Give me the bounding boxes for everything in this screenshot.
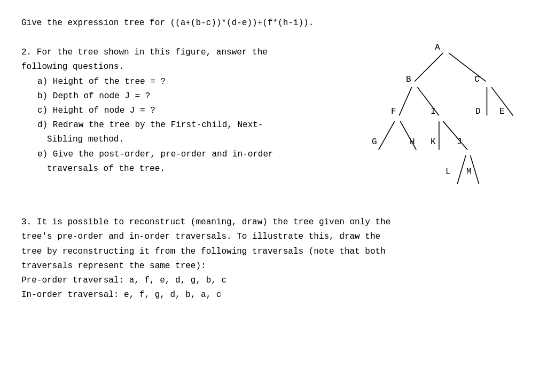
node-I: I <box>431 107 436 116</box>
q2-text: 2. For the tree shown in this figure, an… <box>21 45 355 176</box>
q2-part-e2: traversals of the tree. <box>21 162 355 176</box>
q3-line-4: traversals represent the same tree): <box>21 259 526 273</box>
svg-line-9 <box>443 121 467 150</box>
node-E: E <box>499 107 505 116</box>
node-G: G <box>372 137 377 147</box>
q3-inorder: In-order traversal: e, f, g, d, b, a, c <box>21 288 526 302</box>
svg-line-10 <box>457 155 466 184</box>
node-D: D <box>475 107 481 116</box>
question-1: Give the expression tree for ((a+(b-c))*… <box>21 16 526 30</box>
node-J: J <box>457 137 462 147</box>
node-K: K <box>431 137 436 147</box>
svg-line-6 <box>379 121 395 150</box>
q2-part-d2: Sibling method. <box>21 132 355 147</box>
svg-line-2 <box>399 87 411 115</box>
q2-part-c: c) Height of node J = ? <box>21 104 355 118</box>
svg-line-11 <box>471 155 479 184</box>
q3-block: 3. It is possible to reconstruct (meanin… <box>21 215 526 302</box>
q3-line-3: tree by reconstructing it from the follo… <box>21 245 526 259</box>
q2-part-a: a) Height of the tree = ? <box>21 75 355 89</box>
svg-line-0 <box>415 53 443 81</box>
q3-line-1: 3. It is possible to reconstruct (meanin… <box>21 215 526 230</box>
q2-intro: 2. For the tree shown in this figure, an… <box>21 45 355 60</box>
svg-line-1 <box>449 53 486 81</box>
q2-part-e1: e) Give the post-order, pre-order and in… <box>21 147 355 162</box>
content-area: Give the expression tree for ((a+(b-c))*… <box>21 16 526 317</box>
node-F: F <box>391 107 396 116</box>
q2-intro2: following questions. <box>21 60 355 74</box>
question-3: 3. It is possible to reconstruct (meanin… <box>21 215 526 302</box>
q1-text: Give the expression tree for ((a+(b-c))*… <box>21 16 526 30</box>
q2-row: 2. For the tree shown in this figure, an… <box>21 45 526 200</box>
q3-line-2: tree's pre-order and in-order traversals… <box>21 230 526 244</box>
node-L: L <box>446 167 451 177</box>
q3-preorder: Pre-order traversal: a, f, e, d, g, b, c <box>21 273 526 288</box>
node-A: A <box>435 43 440 52</box>
q2-part-d1: d) Redraw the tree by the First-child, N… <box>21 118 355 132</box>
question-2: 2. For the tree shown in this figure, an… <box>21 45 526 200</box>
q2-part-b: b) Depth of node J = ? <box>21 89 355 104</box>
node-H: H <box>410 137 415 147</box>
svg-line-3 <box>417 87 439 115</box>
node-M: M <box>466 167 472 177</box>
tree-diagram: A B C F I D E G H K J L M <box>355 40 526 200</box>
tree-svg <box>355 40 526 200</box>
node-C: C <box>474 75 480 84</box>
node-B: B <box>406 75 411 84</box>
